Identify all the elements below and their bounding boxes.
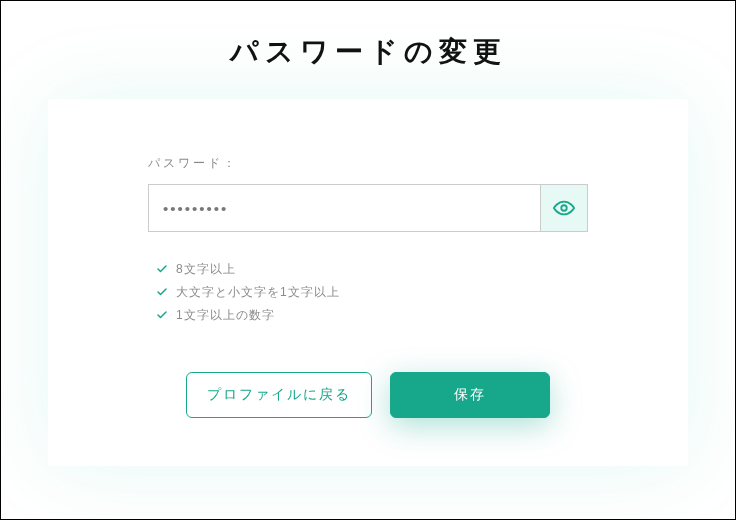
check-icon: [156, 286, 168, 298]
password-input[interactable]: [148, 184, 540, 232]
password-label: パスワード：: [148, 155, 588, 172]
page-title: パスワードの変更: [25, 33, 711, 71]
check-icon: [156, 263, 168, 275]
toggle-password-visibility[interactable]: [540, 184, 588, 232]
password-rule-text: 8文字以上: [176, 258, 236, 281]
save-button[interactable]: 保存: [390, 372, 550, 418]
check-icon: [156, 309, 168, 321]
form-actions: プロファイルに戻る 保存: [148, 372, 588, 418]
svg-point-0: [561, 205, 567, 211]
password-input-row: [148, 184, 588, 232]
password-rule-text: 1文字以上の数字: [176, 304, 275, 327]
password-rule: 8文字以上: [156, 258, 588, 281]
password-rule-text: 大文字と小文字を1文字以上: [176, 281, 340, 304]
password-rule: 大文字と小文字を1文字以上: [156, 281, 588, 304]
password-rule: 1文字以上の数字: [156, 304, 588, 327]
eye-icon: [553, 197, 575, 219]
password-rules: 8文字以上 大文字と小文字を1文字以上 1文字以上の数字: [148, 258, 588, 326]
password-change-card: パスワード： 8文字以上 大文字と小文字を1文字以上: [48, 99, 688, 466]
back-to-profile-button[interactable]: プロファイルに戻る: [186, 372, 372, 418]
